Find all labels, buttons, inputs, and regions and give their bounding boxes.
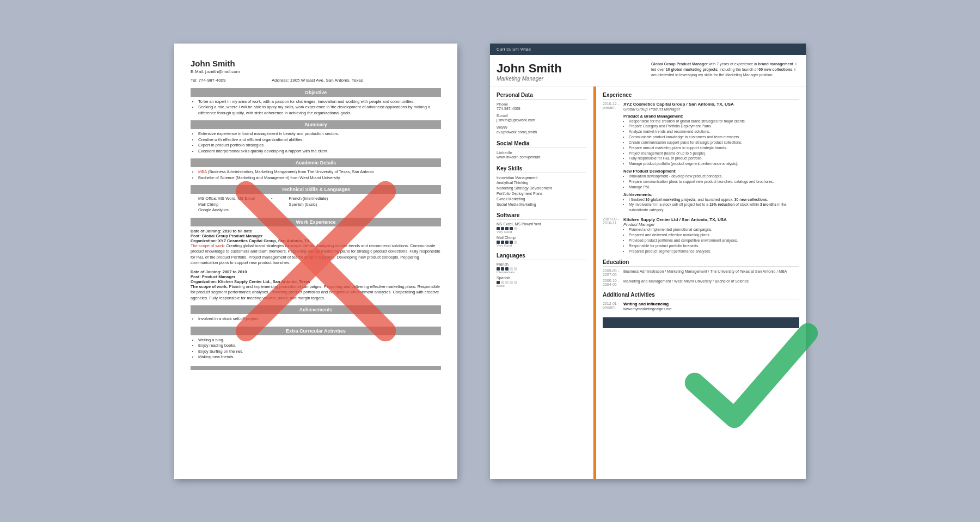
dot-empty xyxy=(510,281,513,284)
dot-empty xyxy=(514,241,517,244)
left-address: Address: 1905 W East Ave, San Antonio, T… xyxy=(272,78,363,83)
www-value: cv.uptowork.com/j.smith xyxy=(497,130,586,135)
work-entry-2: Date of Joining: 2007 to 2010 Post: Prod… xyxy=(191,269,441,302)
software-row-1: MS Excel, MS PowerPoint Very Good xyxy=(497,222,586,234)
work1-org: Organization: XYZ Cosmetics Capital Grou… xyxy=(191,238,441,243)
right-body: Personal Data Phone 774-987-4009 E-mail … xyxy=(490,87,806,479)
email-value: j.smith@uptowork.com xyxy=(497,118,586,123)
acad-1: MBA (Business Administration, Marketing … xyxy=(198,169,441,175)
exp-entry-2: 2007-09 -2010-11 Kitchen Supply Center L… xyxy=(603,217,799,254)
dot-empty xyxy=(514,227,517,230)
skills-left: MS Office: MS Word, MS Excel Mail Chimp … xyxy=(198,196,255,213)
exp2-header: 2007-09 -2010-11 Kitchen Supply Center L… xyxy=(603,217,799,254)
achievements-list: Involved in a stock sell-off project. xyxy=(191,316,441,322)
right-left-col: Personal Data Phone 774-987-4009 E-mail … xyxy=(490,87,593,479)
edu-entry-1: 2005-09 -2007-05 Business Administration… xyxy=(603,269,799,277)
exp2-role: Product Manager xyxy=(623,222,799,227)
list-item: Planned and implemented promotional camp… xyxy=(629,227,799,232)
list-item: Responsible for product portfolio foreca… xyxy=(629,243,799,249)
list-item: Create communication support plans for s… xyxy=(629,140,799,145)
sum-1: Extensive experience in brand management… xyxy=(198,131,441,137)
list-item: Analyze market trends and recommend solu… xyxy=(629,129,799,134)
list-item: Project management (teams of up to 5 peo… xyxy=(629,151,799,156)
list-item: Prepared and delivered effective marketi… xyxy=(629,232,799,238)
extra-2: Enjoy reading books. xyxy=(198,343,441,349)
right-header: John Smith Marketing Manager Global Grou… xyxy=(490,55,806,87)
email-label: E-mail xyxy=(497,114,586,118)
exp1-pbm: Product & Brand Management: xyxy=(623,114,799,119)
obj-2: Seeking a role, where I will be able to … xyxy=(198,105,441,116)
software-1-name: MS Excel, MS PowerPoint Very Good xyxy=(497,222,586,234)
extra-1: Writing a blog. xyxy=(198,337,441,343)
work2-date: Date of Joining: 2007 to 2010 xyxy=(191,269,441,274)
social-media-title: Social Media xyxy=(497,140,586,148)
edu1-detail: Business Administration / Marketing Mana… xyxy=(623,269,787,277)
skill-5: E-mail Marketing xyxy=(497,196,586,202)
software-row-2: Mail Chimp Very Good xyxy=(497,236,586,247)
exp2-company: Kitchen Supply Center Ltd / San Antonio,… xyxy=(623,217,799,222)
list-item: Prepare communication plans to support n… xyxy=(629,179,799,185)
exp2-list: Planned and implemented promotional camp… xyxy=(623,227,799,254)
left-resume: John Smith E-Mail: j.smith@mail.com Tel:… xyxy=(174,44,457,479)
academic-header: Academic Details xyxy=(191,158,441,167)
linkedin-label: LinkedIn xyxy=(497,151,586,155)
exp1-pbm-list: Responsible for the creation of global b… xyxy=(623,119,799,167)
list-item: Prepare annual marketing plans to suppor… xyxy=(629,145,799,151)
exp1-header: 2010-12 -present XYZ Cosmetics Capital G… xyxy=(603,102,799,213)
experience-title: Experience xyxy=(603,92,799,100)
add1-value: www.mymarketingcaigns.me xyxy=(623,306,672,312)
exp1-npd: New Product Development: xyxy=(623,169,799,174)
work-entry-1: Date of Joining: 2010 to till date Post:… xyxy=(191,229,441,266)
lang-2-name: Spanish Basic xyxy=(497,276,586,287)
linkedin-value: www.linkedin.com/johnubt xyxy=(497,155,586,160)
sum-4: Excellent interpersonal skills quickly d… xyxy=(198,149,441,155)
lang-row-1: French Intermediate xyxy=(497,262,586,274)
dot-empty xyxy=(505,281,509,284)
sum-3: Expert in product portfolio strategies. xyxy=(198,143,441,149)
list-item: Prepared product segment performance ana… xyxy=(629,249,799,254)
dot-empty xyxy=(514,281,517,284)
obj-1: To be an expert in my area of work, with… xyxy=(198,99,441,105)
skills-right: French (intermediate) Spanish (basic) xyxy=(289,196,328,213)
bottom-bar-right xyxy=(603,317,799,328)
software-title: Software xyxy=(497,212,586,220)
languages-title: Languages xyxy=(497,253,586,260)
lang-1-name: French Intermediate xyxy=(497,262,586,274)
personal-data-title: Personal Data xyxy=(497,92,586,100)
academic-list: MBA (Business Administration, Marketing … xyxy=(191,169,441,181)
exp1-company: XYZ Cosmetics Capital Group / San Antoni… xyxy=(623,102,799,107)
ach-1: Involved in a stock sell-off project. xyxy=(198,316,441,322)
achievements-header: Achievements xyxy=(191,305,441,314)
summary-header: Summary xyxy=(191,120,441,129)
left-email: E-Mail: j.smith@mail.com xyxy=(191,69,441,74)
phone-value: 774-987-4009 xyxy=(497,106,586,112)
skills-spacer: • xyxy=(271,196,273,213)
education-title: Education xyxy=(603,259,799,267)
list-item: My involvement in a stock sell-off proje… xyxy=(629,202,799,213)
list-item: Communicate product knowledge to custome… xyxy=(629,134,799,140)
add1-dates: 2012-01 -present xyxy=(603,302,619,312)
bottom-bar xyxy=(191,366,441,370)
right-resume: Curriculum Vitae John Smith Marketing Ma… xyxy=(490,44,806,479)
exp1-npd-list: Innovation development - develop new pro… xyxy=(623,174,799,190)
exp2-dates: 2007-09 -2010-11 xyxy=(603,217,619,254)
skill-2: Analytical Thinking xyxy=(497,180,586,186)
skill-4: Portfolio Deployment Plans xyxy=(497,191,586,196)
list-item: I finalized 10 global marketing projects… xyxy=(629,197,799,202)
exp2-details: Kitchen Supply Center Ltd / San Antonio,… xyxy=(623,217,799,254)
extra-3: Enjoy Surfing on the net. xyxy=(198,349,441,355)
additional-title: Additional Activities xyxy=(603,292,799,299)
extra-4: Making new friends. xyxy=(198,354,441,360)
exp-entry-1: 2010-12 -present XYZ Cosmetics Capital G… xyxy=(603,102,799,213)
edu1-dates: 2005-09 -2007-05 xyxy=(603,269,619,277)
extra-header: Extra Curricular Activities xyxy=(191,327,441,335)
objective-list: To be an expert in my area of work, with… xyxy=(191,99,441,116)
left-tel: Tel: 774-987-4009 xyxy=(191,78,226,83)
work2-scope: The scope of work: Planning and implemen… xyxy=(191,284,441,302)
work1-scope: The scope of work: Creating global brand… xyxy=(191,243,441,266)
right-name-block: John Smith Marketing Manager xyxy=(497,62,645,82)
www-label: WWW xyxy=(497,126,586,130)
key-skills-title: Key Skills xyxy=(497,165,586,173)
right-title: Marketing Manager xyxy=(497,76,645,82)
list-item: Fully responsible for P&L of product por… xyxy=(629,156,799,161)
